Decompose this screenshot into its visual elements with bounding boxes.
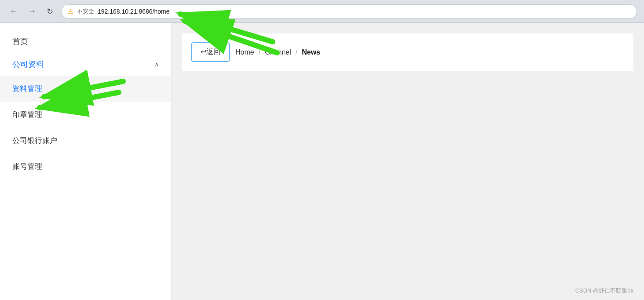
sidebar: 首页 公司资料 ∧ 资料管理 印章管理 公司银行账户 账号管理 — [0, 23, 172, 300]
breadcrumb-channel[interactable]: Channel — [265, 48, 291, 56]
breadcrumb-sep-1: / — [259, 48, 260, 56]
url-display: 192.168.10.21:8686/home — [98, 8, 169, 15]
breadcrumb-path: Home / Channel / News — [235, 48, 320, 56]
content-wrapper: ↩返回 Home / Channel / News — [182, 33, 633, 71]
breadcrumb-bar: ↩返回 Home / Channel / News — [191, 42, 320, 62]
content-body — [182, 71, 633, 300]
forward-button[interactable]: → — [26, 5, 39, 18]
sidebar-item-account-management[interactable]: 账号管理 — [0, 154, 171, 179]
sidebar-item-home[interactable]: 首页 — [0, 30, 171, 53]
sidebar-item-data-management[interactable]: 资料管理 — [0, 76, 171, 102]
sidebar-section-company-info[interactable]: 公司资料 ∧ — [0, 53, 171, 76]
browser-chrome: ← → ↻ ⚠ 不安全 192.168.10.21:8686/home — [0, 0, 644, 23]
sidebar-section-label: 公司资料 — [12, 59, 44, 70]
breadcrumb-home[interactable]: Home — [235, 48, 254, 56]
sidebar-item-bank-account[interactable]: 公司银行账户 — [0, 128, 171, 154]
watermark: CSDN @虾仁不眨眼ok — [575, 287, 633, 295]
insecure-label: 不安全 — [77, 7, 94, 15]
warning-icon: ⚠ — [68, 8, 73, 15]
app-layout: 首页 公司资料 ∧ 资料管理 印章管理 公司银行账户 账号管理 ↩返回 Home… — [0, 23, 644, 300]
chevron-up-icon: ∧ — [154, 61, 159, 68]
breadcrumb-sep-2: / — [296, 48, 297, 56]
main-content: ↩返回 Home / Channel / News — [172, 23, 644, 300]
sidebar-item-seal-management[interactable]: 印章管理 — [0, 102, 171, 128]
back-button[interactable]: ← — [7, 5, 20, 18]
address-bar[interactable]: ⚠ 不安全 192.168.10.21:8686/home — [61, 4, 637, 18]
breadcrumb-current: News — [302, 48, 320, 56]
back-nav-button[interactable]: ↩返回 — [191, 42, 230, 62]
reload-button[interactable]: ↻ — [44, 5, 56, 18]
